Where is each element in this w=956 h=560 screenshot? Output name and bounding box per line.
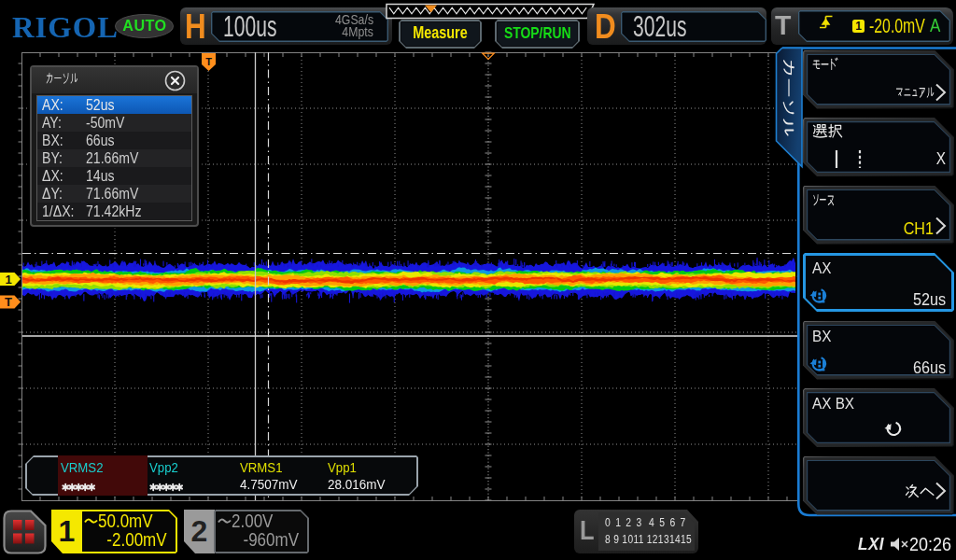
svg-text:T: T <box>205 56 212 67</box>
svg-text:1: 1 <box>5 273 11 287</box>
svg-text:T: T <box>5 295 12 309</box>
